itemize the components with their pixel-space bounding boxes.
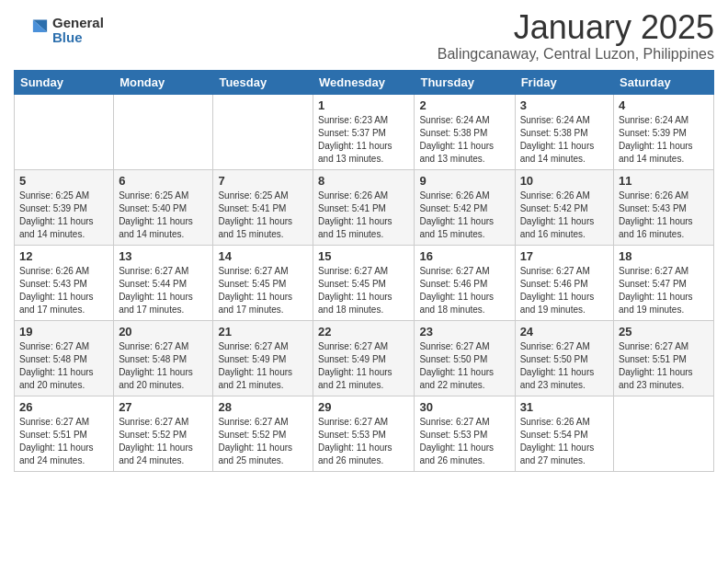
day-info-13: Sunrise: 6:27 AM Sunset: 5:44 PM Dayligh… xyxy=(119,265,208,316)
day-info-6: Sunrise: 6:25 AM Sunset: 5:40 PM Dayligh… xyxy=(119,190,208,241)
main-title: January 2025 xyxy=(438,9,714,46)
calendar-cell-w1-d4: 2Sunrise: 6:24 AM Sunset: 5:38 PM Daylig… xyxy=(415,94,515,169)
logo-icon xyxy=(14,13,49,48)
calendar-cell-w2-d3: 8Sunrise: 6:26 AM Sunset: 5:41 PM Daylig… xyxy=(313,169,415,245)
day-info-7: Sunrise: 6:25 AM Sunset: 5:41 PM Dayligh… xyxy=(218,190,308,241)
header-monday: Monday xyxy=(114,70,213,94)
day-number-30: 30 xyxy=(419,400,509,414)
calendar-cell-w5-d1: 27Sunrise: 6:27 AM Sunset: 5:52 PM Dayli… xyxy=(114,396,213,471)
day-number-9: 9 xyxy=(419,174,509,188)
day-number-19: 19 xyxy=(19,325,108,339)
day-info-10: Sunrise: 6:26 AM Sunset: 5:42 PM Dayligh… xyxy=(520,190,609,241)
day-number-15: 15 xyxy=(318,249,409,263)
day-info-5: Sunrise: 6:25 AM Sunset: 5:39 PM Dayligh… xyxy=(19,190,108,241)
calendar-cell-w3-d2: 14Sunrise: 6:27 AM Sunset: 5:45 PM Dayli… xyxy=(213,245,313,320)
calendar-cell-w5-d5: 31Sunrise: 6:26 AM Sunset: 5:54 PM Dayli… xyxy=(515,396,613,471)
day-info-12: Sunrise: 6:26 AM Sunset: 5:43 PM Dayligh… xyxy=(19,265,108,316)
day-info-20: Sunrise: 6:27 AM Sunset: 5:48 PM Dayligh… xyxy=(119,340,208,392)
calendar-cell-w1-d5: 3Sunrise: 6:24 AM Sunset: 5:38 PM Daylig… xyxy=(515,94,613,169)
header-wednesday: Wednesday xyxy=(313,70,415,94)
calendar-cell-w4-d0: 19Sunrise: 6:27 AM Sunset: 5:48 PM Dayli… xyxy=(15,320,114,396)
calendar-cell-w2-d5: 10Sunrise: 6:26 AM Sunset: 5:42 PM Dayli… xyxy=(515,169,613,245)
day-info-16: Sunrise: 6:27 AM Sunset: 5:46 PM Dayligh… xyxy=(419,265,509,316)
day-info-18: Sunrise: 6:27 AM Sunset: 5:47 PM Dayligh… xyxy=(619,265,709,316)
header: General Blue January 2025 Balingcanaway,… xyxy=(14,9,714,63)
day-number-12: 12 xyxy=(19,249,108,263)
day-info-3: Sunrise: 6:24 AM Sunset: 5:38 PM Dayligh… xyxy=(520,114,609,166)
week-row-2: 5Sunrise: 6:25 AM Sunset: 5:39 PM Daylig… xyxy=(15,169,714,245)
day-number-13: 13 xyxy=(119,249,208,263)
day-number-3: 3 xyxy=(520,98,609,112)
day-info-24: Sunrise: 6:27 AM Sunset: 5:50 PM Dayligh… xyxy=(520,340,609,392)
calendar-cell-w2-d4: 9Sunrise: 6:26 AM Sunset: 5:42 PM Daylig… xyxy=(415,169,515,245)
day-number-8: 8 xyxy=(318,174,409,188)
calendar-cell-w5-d2: 28Sunrise: 6:27 AM Sunset: 5:52 PM Dayli… xyxy=(213,396,313,471)
day-number-28: 28 xyxy=(218,400,308,414)
calendar-cell-w2-d2: 7Sunrise: 6:25 AM Sunset: 5:41 PM Daylig… xyxy=(213,169,313,245)
title-block: January 2025 Balingcanaway, Central Luzo… xyxy=(438,9,714,63)
day-info-21: Sunrise: 6:27 AM Sunset: 5:49 PM Dayligh… xyxy=(218,340,308,392)
day-info-17: Sunrise: 6:27 AM Sunset: 5:46 PM Dayligh… xyxy=(520,265,609,316)
logo-blue-text: Blue xyxy=(52,30,104,46)
header-friday: Friday xyxy=(515,70,613,94)
day-number-18: 18 xyxy=(619,249,709,263)
calendar-cell-w1-d0 xyxy=(15,94,114,169)
calendar-cell-w3-d3: 15Sunrise: 6:27 AM Sunset: 5:45 PM Dayli… xyxy=(313,245,415,320)
header-sunday: Sunday xyxy=(15,70,114,94)
calendar-cell-w1-d2 xyxy=(213,94,313,169)
day-number-29: 29 xyxy=(318,400,409,414)
day-info-2: Sunrise: 6:24 AM Sunset: 5:38 PM Dayligh… xyxy=(419,114,509,166)
calendar-cell-w3-d6: 18Sunrise: 6:27 AM Sunset: 5:47 PM Dayli… xyxy=(614,245,714,320)
calendar-cell-w2-d0: 5Sunrise: 6:25 AM Sunset: 5:39 PM Daylig… xyxy=(15,169,114,245)
day-number-7: 7 xyxy=(218,174,308,188)
day-info-29: Sunrise: 6:27 AM Sunset: 5:53 PM Dayligh… xyxy=(318,416,409,467)
day-info-19: Sunrise: 6:27 AM Sunset: 5:48 PM Dayligh… xyxy=(19,340,108,392)
day-info-15: Sunrise: 6:27 AM Sunset: 5:45 PM Dayligh… xyxy=(318,265,409,316)
calendar-cell-w1-d6: 4Sunrise: 6:24 AM Sunset: 5:39 PM Daylig… xyxy=(614,94,714,169)
calendar-cell-w2-d6: 11Sunrise: 6:26 AM Sunset: 5:43 PM Dayli… xyxy=(614,169,714,245)
day-number-4: 4 xyxy=(619,98,709,112)
logo: General Blue xyxy=(14,13,104,48)
day-number-24: 24 xyxy=(520,325,609,339)
day-info-30: Sunrise: 6:27 AM Sunset: 5:53 PM Dayligh… xyxy=(419,416,509,467)
week-row-1: 1Sunrise: 6:23 AM Sunset: 5:37 PM Daylig… xyxy=(15,94,714,169)
day-number-25: 25 xyxy=(619,325,709,339)
day-info-8: Sunrise: 6:26 AM Sunset: 5:41 PM Dayligh… xyxy=(318,190,409,241)
calendar-cell-w2-d1: 6Sunrise: 6:25 AM Sunset: 5:40 PM Daylig… xyxy=(114,169,213,245)
header-thursday: Thursday xyxy=(415,70,515,94)
day-info-31: Sunrise: 6:26 AM Sunset: 5:54 PM Dayligh… xyxy=(520,416,609,467)
calendar-cell-w3-d4: 16Sunrise: 6:27 AM Sunset: 5:46 PM Dayli… xyxy=(415,245,515,320)
day-info-28: Sunrise: 6:27 AM Sunset: 5:52 PM Dayligh… xyxy=(218,416,308,467)
calendar-table: Sunday Monday Tuesday Wednesday Thursday… xyxy=(14,70,714,472)
day-number-11: 11 xyxy=(619,174,709,188)
page: General Blue January 2025 Balingcanaway,… xyxy=(0,0,728,563)
header-saturday: Saturday xyxy=(614,70,714,94)
calendar-header-row: Sunday Monday Tuesday Wednesday Thursday… xyxy=(15,70,714,94)
week-row-4: 19Sunrise: 6:27 AM Sunset: 5:48 PM Dayli… xyxy=(15,320,714,396)
day-info-22: Sunrise: 6:27 AM Sunset: 5:49 PM Dayligh… xyxy=(318,340,409,392)
calendar-cell-w3-d1: 13Sunrise: 6:27 AM Sunset: 5:44 PM Dayli… xyxy=(114,245,213,320)
calendar-cell-w4-d4: 23Sunrise: 6:27 AM Sunset: 5:50 PM Dayli… xyxy=(415,320,515,396)
day-info-1: Sunrise: 6:23 AM Sunset: 5:37 PM Dayligh… xyxy=(318,114,409,166)
day-number-23: 23 xyxy=(419,325,509,339)
calendar-cell-w5-d6 xyxy=(614,396,714,471)
day-number-1: 1 xyxy=(318,98,409,112)
day-info-26: Sunrise: 6:27 AM Sunset: 5:51 PM Dayligh… xyxy=(19,416,108,467)
calendar-cell-w4-d3: 22Sunrise: 6:27 AM Sunset: 5:49 PM Dayli… xyxy=(313,320,415,396)
day-number-31: 31 xyxy=(520,400,609,414)
day-number-2: 2 xyxy=(419,98,509,112)
day-number-6: 6 xyxy=(119,174,208,188)
day-info-23: Sunrise: 6:27 AM Sunset: 5:50 PM Dayligh… xyxy=(419,340,509,392)
calendar-cell-w4-d1: 20Sunrise: 6:27 AM Sunset: 5:48 PM Dayli… xyxy=(114,320,213,396)
day-info-25: Sunrise: 6:27 AM Sunset: 5:51 PM Dayligh… xyxy=(619,340,709,392)
day-number-10: 10 xyxy=(520,174,609,188)
day-number-14: 14 xyxy=(218,249,308,263)
calendar-cell-w4-d2: 21Sunrise: 6:27 AM Sunset: 5:49 PM Dayli… xyxy=(213,320,313,396)
day-info-14: Sunrise: 6:27 AM Sunset: 5:45 PM Dayligh… xyxy=(218,265,308,316)
day-number-22: 22 xyxy=(318,325,409,339)
subtitle: Balingcanaway, Central Luzon, Philippine… xyxy=(438,46,714,63)
logo-text: General Blue xyxy=(52,16,104,46)
day-number-16: 16 xyxy=(419,249,509,263)
day-number-20: 20 xyxy=(119,325,208,339)
day-info-4: Sunrise: 6:24 AM Sunset: 5:39 PM Dayligh… xyxy=(619,114,709,166)
